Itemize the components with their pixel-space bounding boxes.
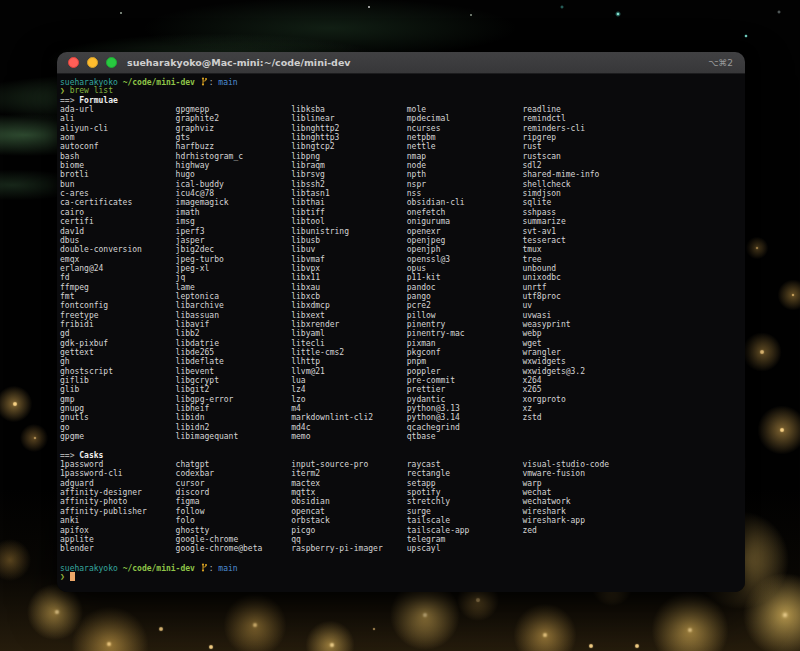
package-name: go xyxy=(60,423,176,432)
package-name: wget xyxy=(522,339,638,348)
package-name: libyaml xyxy=(291,329,407,338)
zoom-button[interactable] xyxy=(106,57,117,68)
window-title: sueharakyoko@Mac-mini:~/code/mini-dev xyxy=(127,57,351,68)
header-arrow: ==> xyxy=(60,96,74,105)
package-name: iperf3 xyxy=(176,227,292,236)
package-name: pinentry xyxy=(407,320,523,329)
desktop-background: sueharakyoko@Mac-mini:~/code/mini-dev ⌥⌘… xyxy=(0,0,800,651)
package-name: fontconfig xyxy=(60,301,176,310)
package-name: libngtcp2 xyxy=(291,142,407,151)
package-name: double-conversion xyxy=(60,245,176,254)
package-name: google-chrome@beta xyxy=(176,544,292,553)
package-name: pydantic xyxy=(407,395,523,404)
package-column: ada-urlalialiyun-cliaomautoconfbashbiome… xyxy=(60,105,176,441)
package-name: oniguruma xyxy=(407,217,523,226)
package-name: lz4 xyxy=(291,385,407,394)
package-name: wrangler xyxy=(522,348,638,357)
package-name: affinity-publisher xyxy=(60,507,176,516)
package-name: openssl@3 xyxy=(407,255,523,264)
package-name: nspr xyxy=(407,180,523,189)
package-name: gpgmepp xyxy=(176,105,292,114)
package-name: dav1d xyxy=(60,227,176,236)
package-name: svt-av1 xyxy=(522,227,638,236)
terminal-window[interactable]: sueharakyoko@Mac-mini:~/code/mini-dev ⌥⌘… xyxy=(57,52,745,592)
package-name: pinentry-mac xyxy=(407,329,523,338)
package-name: qtbase xyxy=(407,432,523,441)
package-name: libpng xyxy=(291,152,407,161)
package-name: ada-url xyxy=(60,105,176,114)
package-name: tailscale xyxy=(407,516,523,525)
package-name: uvwasi xyxy=(522,311,638,320)
package-name: graphite2 xyxy=(176,114,292,123)
close-button[interactable] xyxy=(68,57,79,68)
package-name: llvm@21 xyxy=(291,367,407,376)
package-name: discord xyxy=(176,488,292,497)
package-name: pandoc xyxy=(407,283,523,292)
package-name: wxwidgets xyxy=(522,357,638,366)
package-name: follow xyxy=(176,507,292,516)
package-name: aliyun-cli xyxy=(60,124,176,133)
package-name: nss xyxy=(407,189,523,198)
package-name: libksba xyxy=(291,105,407,114)
package-name: raspberry-pi-imager xyxy=(291,544,407,553)
package-name: m4 xyxy=(291,404,407,413)
package-name: rustscan xyxy=(522,152,638,161)
package-name: rectangle xyxy=(407,469,523,478)
package-name: libtiff xyxy=(291,208,407,217)
package-name: python@3.13 xyxy=(407,404,523,413)
package-name: adguard xyxy=(60,479,176,488)
input-line[interactable]: ❯ xyxy=(60,572,743,581)
package-name: jpeg-turbo xyxy=(176,255,292,264)
package-name: ical-buddy xyxy=(176,180,292,189)
package-name: onefetch xyxy=(407,208,523,217)
command-text: brew list xyxy=(70,86,113,95)
package-name: reminders-cli xyxy=(522,124,638,133)
package-name: xz xyxy=(522,404,638,413)
terminal-body[interactable]: sueharakyoko ~/code/mini-dev : main ❯ br… xyxy=(57,74,745,592)
package-name: libidn2 xyxy=(176,423,292,432)
formulae-columns: ada-urlalialiyun-cliaomautoconfbashbiome… xyxy=(60,105,743,441)
package-name: gmp xyxy=(60,395,176,404)
window-titlebar[interactable]: sueharakyoko@Mac-mini:~/code/mini-dev ⌥⌘… xyxy=(57,52,745,74)
git-branch-icon xyxy=(201,77,208,88)
package-name: orbstack xyxy=(291,516,407,525)
git-branch-icon xyxy=(201,563,208,574)
package-name: gdk-pixbuf xyxy=(60,339,176,348)
package-name: gnutls xyxy=(60,413,176,422)
package-name: mpdecimal xyxy=(407,114,523,123)
package-column: gpgmeppgraphite2graphvizgtsharfbuzzhdrhi… xyxy=(176,105,292,441)
package-name: warp xyxy=(522,479,638,488)
package-name: sqlite xyxy=(522,198,638,207)
package-name: autoconf xyxy=(60,142,176,151)
package-name: tailscale-app xyxy=(407,526,523,535)
package-name: tmux xyxy=(522,245,638,254)
package-name: imagemagick xyxy=(176,198,292,207)
package-name: xorgproto xyxy=(522,395,638,404)
blank-line xyxy=(60,554,743,563)
package-name: simdjson xyxy=(522,189,638,198)
package-name: spotify xyxy=(407,488,523,497)
package-name: lame xyxy=(176,283,292,292)
window-controls xyxy=(68,57,117,68)
package-name: llhttp xyxy=(291,357,407,366)
package-name: weasyprint xyxy=(522,320,638,329)
package-name: brotli xyxy=(60,170,176,179)
package-name: imath xyxy=(176,208,292,217)
section-header-formulae: ==> Formulae xyxy=(60,96,743,105)
city-lights-specks xyxy=(0,0,2,2)
package-name: libssh2 xyxy=(291,180,407,189)
package-name: markdownlint-cli2 xyxy=(291,413,407,422)
package-name: libidn xyxy=(176,413,292,422)
package-name: ghostty xyxy=(176,526,292,535)
package-column: input-source-proiterm2mactexmqttxobsidia… xyxy=(291,460,407,553)
package-name: gd xyxy=(60,329,176,338)
package-name: unrtf xyxy=(522,283,638,292)
package-name: libunistring xyxy=(291,227,407,236)
package-name: poppler xyxy=(407,367,523,376)
package-name: gts xyxy=(176,133,292,142)
package-name: cairo xyxy=(60,208,176,217)
minimize-button[interactable] xyxy=(87,57,98,68)
header-title: Casks xyxy=(79,451,103,460)
package-name: opencat xyxy=(291,507,407,516)
package-name: upscayl xyxy=(407,544,523,553)
